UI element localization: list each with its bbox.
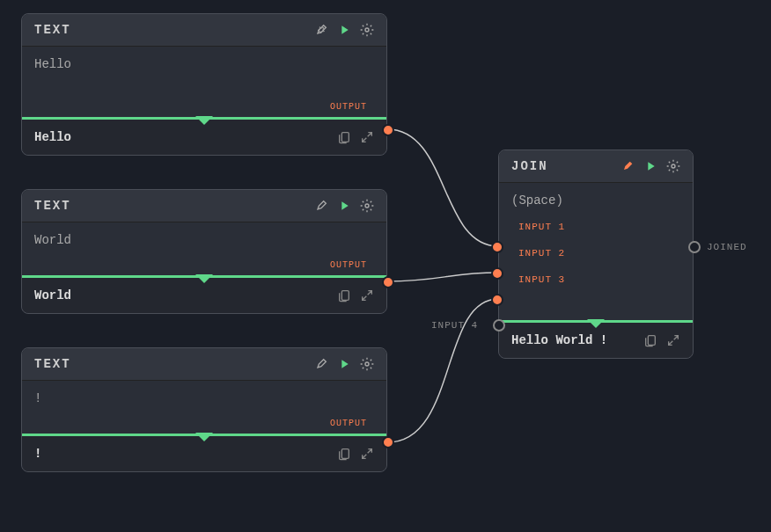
gear-icon[interactable] <box>360 199 374 213</box>
result-text: Hello <box>34 130 71 144</box>
result-text: ! <box>34 447 41 461</box>
expand-icon[interactable] <box>360 288 374 302</box>
gear-icon[interactable] <box>666 159 680 173</box>
output-port[interactable] <box>382 436 394 448</box>
input-1-label: INPUT 1 <box>518 222 565 232</box>
expand-icon[interactable] <box>666 333 680 347</box>
node-header: TEXT <box>22 14 386 47</box>
input-port-3[interactable] <box>491 294 503 306</box>
run-icon[interactable] <box>337 357 351 371</box>
gear-icon[interactable] <box>360 23 374 37</box>
join-node[interactable]: JOIN (Space) INPUT 1 INPUT 2 INPUT 3 Hel… <box>498 149 694 359</box>
node-title: TEXT <box>34 199 71 213</box>
node-result: Hello World ! <box>499 323 693 358</box>
divider <box>22 434 386 436</box>
output-port[interactable] <box>382 124 394 136</box>
node-body[interactable]: World OUTPUT <box>22 222 386 275</box>
svg-point-0 <box>365 28 369 32</box>
svg-point-6 <box>672 164 675 168</box>
pin-icon[interactable] <box>620 159 635 173</box>
node-body[interactable]: ! OUTPUT <box>22 381 386 434</box>
svg-point-2 <box>365 204 369 208</box>
clipboard-icon[interactable] <box>337 130 351 144</box>
output-port-label: OUTPUT <box>330 102 367 112</box>
svg-point-4 <box>365 362 369 366</box>
node-input-text: World <box>34 233 71 247</box>
divider <box>22 117 386 120</box>
run-icon[interactable] <box>337 199 351 213</box>
svg-rect-1 <box>341 133 349 142</box>
gear-icon[interactable] <box>360 357 374 371</box>
node-title: JOIN <box>511 159 548 173</box>
input-3-label: INPUT 3 <box>518 274 565 285</box>
text-node-3[interactable]: TEXT ! OUTPUT ! <box>21 347 387 472</box>
svg-rect-5 <box>341 449 349 459</box>
svg-rect-3 <box>341 291 349 301</box>
node-header: TEXT <box>22 190 386 222</box>
run-icon[interactable] <box>337 23 351 37</box>
run-icon[interactable] <box>643 159 657 173</box>
node-title: TEXT <box>34 23 71 37</box>
input-2-label: INPUT 2 <box>518 248 565 259</box>
pin-icon[interactable] <box>314 23 328 37</box>
clipboard-icon[interactable] <box>337 447 351 461</box>
node-input-text: ! <box>34 391 41 405</box>
join-input-list: INPUT 1 INPUT 2 INPUT 3 <box>511 222 680 310</box>
header-icons <box>314 23 374 37</box>
divider <box>22 275 386 278</box>
result-text: Hello World ! <box>511 333 607 347</box>
clipboard-icon[interactable] <box>643 333 657 347</box>
result-text: World <box>34 288 71 302</box>
pin-icon[interactable] <box>314 199 328 213</box>
node-title: TEXT <box>34 357 71 371</box>
node-result: World <box>22 278 386 313</box>
output-port[interactable] <box>382 276 394 288</box>
input-port-2[interactable] <box>491 267 503 280</box>
expand-icon[interactable] <box>360 130 374 144</box>
input-4-label: INPUT 4 <box>431 320 478 331</box>
expand-icon[interactable] <box>360 447 374 461</box>
node-header: TEXT <box>22 348 386 381</box>
node-header: JOIN <box>499 150 693 183</box>
text-node-1[interactable]: TEXT Hello OUTPUT Hello <box>21 13 387 156</box>
input-port-4[interactable] <box>493 319 505 332</box>
node-result: ! <box>22 436 386 471</box>
pin-icon[interactable] <box>314 357 328 371</box>
input-port-1[interactable] <box>491 241 503 253</box>
node-result: Hello <box>22 120 386 155</box>
join-body: (Space) INPUT 1 INPUT 2 INPUT 3 <box>499 183 693 317</box>
joined-label: JOINED <box>707 242 747 252</box>
separator-text[interactable]: (Space) <box>511 193 680 208</box>
text-node-2[interactable]: TEXT World OUTPUT World <box>21 189 387 314</box>
clipboard-icon[interactable] <box>337 288 351 302</box>
svg-rect-7 <box>648 336 655 346</box>
output-port-label: OUTPUT <box>330 419 367 428</box>
node-body[interactable]: Hello OUTPUT <box>22 47 386 117</box>
output-port-label: OUTPUT <box>330 260 367 270</box>
divider <box>499 320 693 323</box>
node-input-text: Hello <box>34 57 71 71</box>
output-port-joined[interactable] <box>688 241 701 253</box>
